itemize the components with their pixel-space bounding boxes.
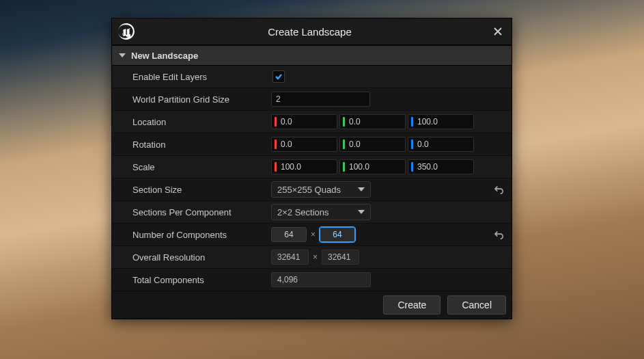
multiply-symbol: × <box>309 230 317 239</box>
row-total-components: Total Components 4,096 <box>112 269 512 291</box>
row-scale: Scale <box>112 156 512 178</box>
scale-z-field[interactable] <box>408 159 474 174</box>
row-world-partition: World Partition Grid Size <box>112 88 512 111</box>
property-rows: Enable Edit Layers World Partition Grid … <box>112 66 512 291</box>
scale-x-field[interactable] <box>271 159 337 174</box>
unreal-logo-icon <box>117 23 135 40</box>
label-sections-per-component: Sections Per Component <box>112 207 271 217</box>
reset-section-size-button[interactable] <box>492 183 506 196</box>
rotation-y-field[interactable] <box>339 137 406 152</box>
scale-x-input[interactable] <box>279 161 323 172</box>
section-title: New Landscape <box>131 51 198 61</box>
scale-z-input[interactable] <box>416 161 460 172</box>
scale-y-input[interactable] <box>348 161 391 172</box>
dialog-footer: Create Cancel <box>112 291 512 319</box>
location-x-field[interactable] <box>271 114 337 129</box>
row-section-size: Section Size 255×255 Quads <box>112 178 512 201</box>
titlebar: Create Landscape <box>112 18 512 45</box>
label-section-size: Section Size <box>112 185 271 195</box>
label-enable-edit-layers: Enable Edit Layers <box>112 72 271 82</box>
row-overall-resolution: Overall Resolution 32641 × 32641 <box>112 246 512 269</box>
row-rotation: Rotation <box>112 133 512 156</box>
rotation-x-field[interactable] <box>271 137 337 152</box>
dropdown-section-size[interactable]: 255×255 Quads <box>271 181 371 198</box>
location-z-field[interactable] <box>408 114 474 129</box>
rotation-y-input[interactable] <box>348 139 391 150</box>
input-world-partition[interactable] <box>271 92 370 107</box>
create-landscape-dialog: Create Landscape New Landscape Enable Ed… <box>111 18 512 319</box>
rotation-z-field[interactable] <box>408 137 474 152</box>
label-rotation: Rotation <box>112 139 271 150</box>
close-button[interactable] <box>484 18 512 44</box>
label-world-partition: World Partition Grid Size <box>112 94 271 105</box>
dropdown-sections-per-component[interactable]: 2×2 Sections <box>271 204 371 220</box>
location-x-input[interactable] <box>279 116 323 127</box>
checkbox-enable-edit-layers[interactable] <box>272 70 285 83</box>
overall-resolution-x[interactable]: 32641 <box>271 250 309 265</box>
label-overall-resolution: Overall Resolution <box>112 252 271 263</box>
chevron-down-icon <box>119 53 126 57</box>
label-scale: Scale <box>112 162 271 172</box>
rotation-x-input[interactable] <box>279 139 323 150</box>
cancel-button[interactable]: Cancel <box>447 295 506 315</box>
section-header-new-landscape[interactable]: New Landscape <box>112 45 512 66</box>
dialog-title: Create Landscape <box>135 26 484 38</box>
num-components-y[interactable]: 64 <box>320 227 355 242</box>
check-icon <box>275 72 283 81</box>
close-icon <box>493 27 503 36</box>
multiply-symbol: × <box>311 252 319 262</box>
reset-num-components-button[interactable] <box>492 228 506 241</box>
scale-y-field[interactable] <box>339 159 406 174</box>
label-total-components: Total Components <box>112 275 271 285</box>
dropdown-sections-per-component-value: 2×2 Sections <box>277 207 329 217</box>
location-y-input[interactable] <box>348 116 391 127</box>
undo-icon <box>494 185 504 194</box>
location-y-field[interactable] <box>339 114 406 129</box>
total-components-value: 4,096 <box>271 272 371 287</box>
row-location: Location <box>112 111 512 133</box>
row-sections-per-component: Sections Per Component 2×2 Sections <box>112 201 512 224</box>
rotation-z-input[interactable] <box>416 139 460 150</box>
row-number-of-components: Number of Components 64 × 64 <box>112 224 512 246</box>
create-button[interactable]: Create <box>383 295 440 315</box>
dropdown-section-size-value: 255×255 Quads <box>277 185 341 195</box>
label-location: Location <box>112 117 271 127</box>
overall-resolution-y[interactable]: 32641 <box>322 250 359 265</box>
undo-icon <box>494 230 504 239</box>
num-components-x[interactable]: 64 <box>271 227 307 242</box>
row-enable-edit-layers: Enable Edit Layers <box>112 66 512 88</box>
chevron-down-icon <box>358 210 365 214</box>
label-number-of-components: Number of Components <box>112 230 271 240</box>
chevron-down-icon <box>358 187 365 191</box>
location-z-input[interactable] <box>416 116 460 127</box>
